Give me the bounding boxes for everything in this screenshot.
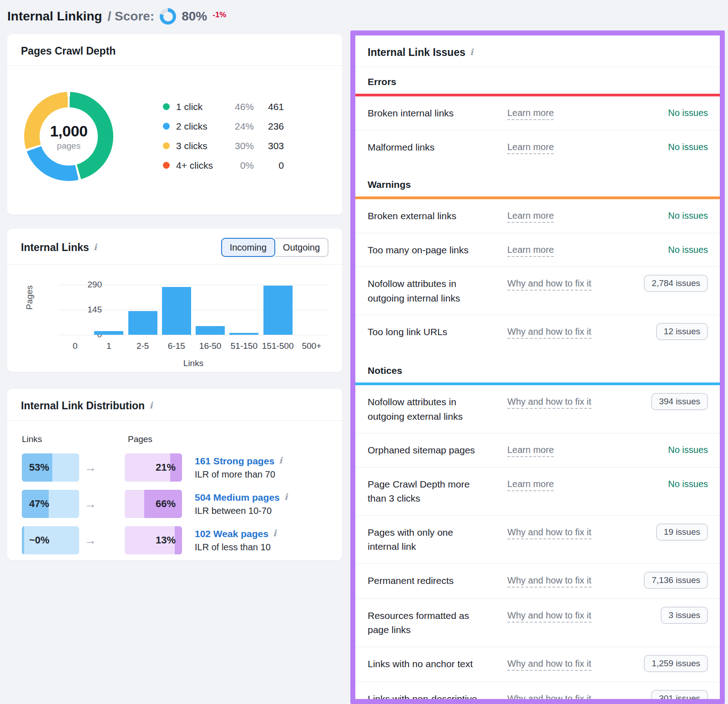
why-how-fix-link[interactable]: Why and how to fix it bbox=[507, 525, 656, 539]
links-percent-bar: 53% bbox=[22, 453, 79, 482]
distribution-row: ~0%→13%102 Weak pagesiILR of less than 1… bbox=[7, 526, 342, 554]
learn-more-link[interactable]: Learn more bbox=[507, 209, 668, 222]
bar-2-5 bbox=[128, 311, 157, 335]
distribution-body: Links Pages 53%→21%161 Strong pagesiILR … bbox=[7, 421, 342, 566]
info-icon[interactable]: i bbox=[273, 529, 276, 538]
score-donut-hole bbox=[163, 12, 173, 21]
crawl-legend-row: 2 clicks24%236 bbox=[163, 116, 284, 136]
issue-row: Nofollow attributes in outgoing external… bbox=[355, 385, 720, 433]
pages-crawl-depth-body: 1,000 pages 1 click46%4612 clicks24%2363… bbox=[7, 66, 342, 221]
issues-count-badge[interactable]: 394 issues bbox=[651, 393, 708, 410]
pages-group-link[interactable]: 161 Strong pages bbox=[195, 456, 274, 467]
legend-percent: 0% bbox=[226, 160, 254, 171]
pages-percent-bar: 21% bbox=[125, 453, 182, 482]
issues-count-badge[interactable]: 12 issues bbox=[656, 323, 708, 340]
issue-label: Malformed links bbox=[368, 140, 487, 155]
score-label: / Score: bbox=[107, 9, 154, 24]
issues-count-badge[interactable]: 301 issues bbox=[651, 690, 708, 704]
learn-more-link[interactable]: Learn more bbox=[507, 106, 668, 120]
distribution-header: Internal Link Distribution i bbox=[7, 389, 342, 421]
issue-label: Links with no anchor text bbox=[368, 657, 487, 671]
learn-more-link[interactable]: Learn more bbox=[507, 243, 668, 256]
issues-count-badge[interactable]: 3 issues bbox=[661, 607, 708, 624]
no-issues-status: No issues bbox=[668, 140, 708, 154]
issue-row: Page Crawl Depth more than 3 clicksLearn… bbox=[355, 467, 720, 515]
info-icon[interactable]: i bbox=[284, 493, 288, 501]
ilr-range-label: ILR of more than 70 bbox=[195, 469, 282, 480]
pages-group-link[interactable]: 102 Weak pages bbox=[195, 528, 268, 539]
bar-slot bbox=[160, 285, 193, 335]
crawl-legend-row: 4+ clicks0%0 bbox=[163, 156, 284, 175]
issue-label: Too many on-page links bbox=[368, 243, 487, 257]
crawl-depth-donut-chart: 1,000 pages bbox=[24, 92, 113, 181]
issues-section-header-errors: Errors bbox=[355, 67, 720, 94]
distribution-pages-column-label: Pages bbox=[128, 434, 152, 444]
bar-slot bbox=[92, 285, 126, 335]
bar-slot bbox=[295, 285, 329, 335]
crawl-depth-legend: 1 click46%4612 clicks24%2363 clicks30%30… bbox=[163, 97, 284, 175]
why-how-fix-link[interactable]: Why and how to fix it bbox=[507, 395, 651, 408]
arrow-right-icon: → bbox=[79, 533, 102, 548]
toggle-incoming-button[interactable]: Incoming bbox=[221, 238, 275, 257]
why-how-fix-link[interactable]: Why and how to fix it bbox=[507, 692, 651, 704]
distribution-links-column-label: Links bbox=[22, 434, 42, 444]
links-percent-label: 47% bbox=[29, 490, 49, 518]
pages-percent-bar: 13% bbox=[125, 526, 182, 554]
legend-color-dot bbox=[163, 142, 170, 149]
issue-row: Links with non-descriptive anchor textWh… bbox=[355, 682, 720, 704]
why-how-fix-link[interactable]: Why and how to fix it bbox=[507, 325, 656, 338]
learn-more-link[interactable]: Learn more bbox=[507, 443, 668, 457]
issue-label: Broken internal links bbox=[368, 106, 487, 121]
pages-percent-bar: 66% bbox=[125, 490, 182, 518]
internal-links-title: Internal Links i bbox=[21, 241, 97, 254]
learn-more-link[interactable]: Learn more bbox=[507, 140, 668, 154]
issue-label: Permanent redirects bbox=[368, 573, 487, 588]
issues-count-badge[interactable]: 2,784 issues bbox=[644, 275, 708, 292]
info-icon[interactable]: i bbox=[149, 401, 152, 410]
issues-count-badge[interactable]: 19 issues bbox=[656, 523, 708, 541]
issue-row: Pages with only one internal linkWhy and… bbox=[355, 515, 720, 563]
crawl-legend-row: 3 clicks30%303 bbox=[163, 136, 284, 156]
arrow-right-icon: → bbox=[79, 497, 102, 511]
legend-percent: 46% bbox=[226, 101, 254, 112]
issues-section-header-notices: Notices bbox=[355, 350, 720, 382]
no-issues-status: No issues bbox=[668, 106, 708, 120]
distribution-title: Internal Link Distribution i bbox=[21, 400, 152, 412]
score-donut-icon bbox=[160, 8, 176, 25]
legend-label: 4+ clicks bbox=[176, 160, 226, 171]
legend-label: 2 clicks bbox=[176, 121, 226, 132]
learn-more-link[interactable]: Learn more bbox=[507, 477, 668, 491]
legend-color-dot bbox=[163, 162, 170, 169]
legend-percent: 30% bbox=[226, 141, 254, 151]
bar-slot bbox=[58, 285, 92, 335]
why-how-fix-link[interactable]: Why and how to fix it bbox=[507, 657, 644, 670]
why-how-fix-link[interactable]: Why and how to fix it bbox=[507, 573, 644, 587]
issues-count-badge[interactable]: 1,259 issues bbox=[644, 655, 708, 672]
no-issues-status: No issues bbox=[668, 477, 708, 491]
legend-percent: 24% bbox=[226, 121, 254, 132]
page-title: Internal Linking bbox=[7, 9, 102, 24]
info-icon[interactable]: i bbox=[279, 456, 282, 465]
info-icon[interactable]: i bbox=[470, 48, 473, 56]
distribution-row: 53%→21%161 Strong pagesiILR of more than… bbox=[7, 453, 342, 482]
issues-count-badge[interactable]: 7,136 issues bbox=[644, 572, 708, 589]
pages-crawl-depth-title: Pages Crawl Depth bbox=[21, 45, 116, 57]
pages-group-link[interactable]: 504 Medium pages bbox=[195, 492, 280, 503]
issues-section-header-warnings: Warnings bbox=[355, 164, 720, 196]
legend-color-dot bbox=[163, 123, 170, 130]
why-how-fix-link[interactable]: Why and how to fix it bbox=[507, 608, 661, 622]
issues-panel-header: Internal Link Issues i bbox=[355, 35, 720, 67]
issue-row: Broken external linksLearn moreNo issues bbox=[355, 199, 720, 233]
issue-label: Pages with only one internal link bbox=[368, 525, 487, 554]
bar-slot bbox=[126, 285, 160, 335]
ilr-range-label: ILR between 10-70 bbox=[195, 506, 288, 516]
links-percent-label: ~0% bbox=[29, 526, 50, 554]
why-how-fix-link[interactable]: Why and how to fix it bbox=[507, 277, 644, 290]
info-icon[interactable]: i bbox=[94, 243, 97, 251]
issue-label: Broken external links bbox=[368, 209, 487, 223]
pages-percent-label: 21% bbox=[156, 453, 176, 482]
toggle-outgoing-button[interactable]: Outgoing bbox=[275, 238, 329, 257]
legend-value: 236 bbox=[254, 121, 284, 132]
bar-slot bbox=[261, 285, 295, 335]
page-header: Internal Linking / Score: 80% -1% bbox=[7, 6, 226, 26]
